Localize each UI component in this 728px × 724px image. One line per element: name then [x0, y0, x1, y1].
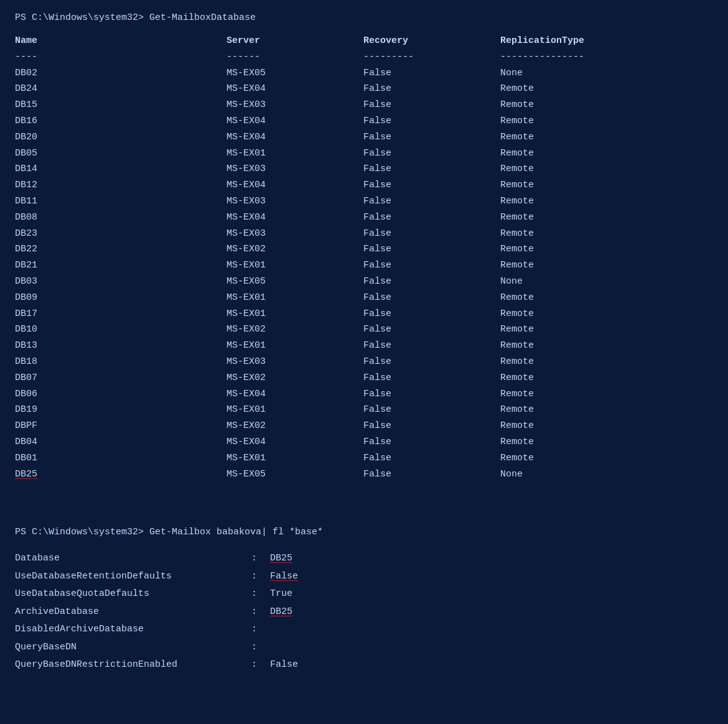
cell-name: DB20: [15, 129, 226, 146]
kv-value: DB25: [270, 603, 292, 621]
table-row: DB23MS-EX03FalseRemote: [15, 226, 713, 242]
cell-name: DB11: [15, 193, 226, 210]
cell-name: DB15: [15, 97, 226, 113]
kv-row: DisabledArchiveDatabase:: [15, 621, 713, 639]
terminal-window: PS C:\Windows\system32> Get-MailboxDatab…: [15, 12, 713, 674]
cell-server: MS-EX04: [226, 113, 363, 129]
table-row: DB09MS-EX01FalseRemote: [15, 290, 713, 306]
kv-key: DisabledArchiveDatabase: [15, 621, 251, 639]
cell-name: DB10: [15, 322, 226, 338]
cell-replication: Remote: [500, 338, 650, 354]
table-row: DB04MS-EX04FalseRemote: [15, 434, 713, 450]
kv-row: ArchiveDatabase:DB25: [15, 603, 713, 621]
kv-row: UseDatabaseRetentionDefaults:False: [15, 568, 713, 586]
cell-server: MS-EX02: [226, 418, 363, 434]
cell-name: DB05: [15, 146, 226, 162]
cell-replication: Remote: [500, 161, 650, 177]
cell-recovery: False: [363, 466, 500, 483]
cell-server: MS-EX03: [226, 97, 363, 113]
kv-value: False: [270, 656, 298, 674]
kv-separator: :: [251, 656, 270, 674]
table-separator-row: ---- ------ --------- ---------------: [15, 49, 713, 65]
cell-name: DB06: [15, 386, 226, 402]
cell-recovery: False: [363, 113, 500, 129]
cell-replication: Remote: [500, 113, 650, 129]
kv-row: QueryBaseDNRestrictionEnabled:False: [15, 656, 713, 674]
kv-key: Database: [15, 550, 251, 568]
cell-name: DB13: [15, 338, 226, 354]
cell-replication: Remote: [500, 81, 650, 97]
cell-replication: None: [500, 466, 650, 483]
header-recovery: Recovery: [363, 33, 500, 49]
table-row: DB13MS-EX01FalseRemote: [15, 338, 713, 354]
cell-name: DB02: [15, 65, 226, 81]
header-replication: ReplicationType: [500, 33, 650, 49]
sep-replication: ---------------: [500, 49, 650, 65]
cell-recovery: False: [363, 226, 500, 242]
cell-server: MS-EX01: [226, 306, 363, 322]
table-row: DB07MS-EX02FalseRemote: [15, 370, 713, 386]
kv-separator: :: [251, 550, 270, 568]
cell-replication: Remote: [500, 290, 650, 306]
cell-name: DB09: [15, 290, 226, 306]
cell-server: MS-EX04: [226, 434, 363, 450]
kv-key: ArchiveDatabase: [15, 603, 251, 621]
cell-recovery: False: [363, 386, 500, 402]
spacer-2: [15, 507, 713, 527]
cell-replication: Remote: [500, 129, 650, 146]
table-row: DB24MS-EX04FalseRemote: [15, 81, 713, 97]
cell-name: DB08: [15, 210, 226, 226]
cell-replication: Remote: [500, 306, 650, 322]
cell-server: MS-EX03: [226, 354, 363, 370]
cell-replication: None: [500, 65, 650, 81]
prompt-1: PS C:\Windows\system32> Get-MailboxDatab…: [15, 12, 713, 23]
kv-value: DB25: [270, 550, 292, 568]
cell-server: MS-EX03: [226, 193, 363, 210]
cell-server: MS-EX05: [226, 65, 363, 81]
cell-name: DB14: [15, 161, 226, 177]
cell-replication: Remote: [500, 402, 650, 418]
sep-recovery: ---------: [363, 49, 500, 65]
cell-server: MS-EX02: [226, 322, 363, 338]
table-row: DB05MS-EX01FalseRemote: [15, 146, 713, 162]
cell-recovery: False: [363, 354, 500, 370]
cell-recovery: False: [363, 434, 500, 450]
cell-recovery: False: [363, 450, 500, 466]
table-row: DB18MS-EX03FalseRemote: [15, 354, 713, 370]
sep-name: ----: [15, 49, 226, 65]
table-row: DB06MS-EX04FalseRemote: [15, 386, 713, 402]
cell-recovery: False: [363, 161, 500, 177]
cell-replication: Remote: [500, 322, 650, 338]
cell-server: MS-EX01: [226, 338, 363, 354]
kv-separator: :: [251, 585, 270, 603]
cell-name: DB21: [15, 258, 226, 274]
cell-server: MS-EX04: [226, 129, 363, 146]
cell-server: MS-EX01: [226, 402, 363, 418]
kv-key: QueryBaseDN: [15, 639, 251, 657]
cell-replication: Remote: [500, 193, 650, 210]
kv-key: QueryBaseDNRestrictionEnabled: [15, 656, 251, 674]
cell-recovery: False: [363, 274, 500, 290]
cell-recovery: False: [363, 370, 500, 386]
cell-server: MS-EX02: [226, 241, 363, 258]
cell-replication: Remote: [500, 226, 650, 242]
cell-name: DB07: [15, 370, 226, 386]
kv-separator: :: [251, 639, 270, 657]
table-row: DB25MS-EX05FalseNone: [15, 466, 713, 483]
cell-recovery: False: [363, 210, 500, 226]
table-row: DB15MS-EX03FalseRemote: [15, 97, 713, 113]
cell-server: MS-EX01: [226, 450, 363, 466]
cell-recovery: False: [363, 306, 500, 322]
cell-recovery: False: [363, 97, 500, 113]
kv-key: UseDatabaseQuotaDefaults: [15, 585, 251, 603]
table-row: DB14MS-EX03FalseRemote: [15, 161, 713, 177]
table-row: DB10MS-EX02FalseRemote: [15, 322, 713, 338]
cell-recovery: False: [363, 81, 500, 97]
cell-server: MS-EX01: [226, 290, 363, 306]
table-data-rows: DB02MS-EX05FalseNoneDB24MS-EX04FalseRemo…: [15, 65, 713, 483]
sep-server: ------: [226, 49, 363, 65]
cell-server: MS-EX01: [226, 258, 363, 274]
kv-value: True: [270, 585, 292, 603]
cell-server: MS-EX04: [226, 210, 363, 226]
table-row: DB01MS-EX01FalseRemote: [15, 450, 713, 466]
